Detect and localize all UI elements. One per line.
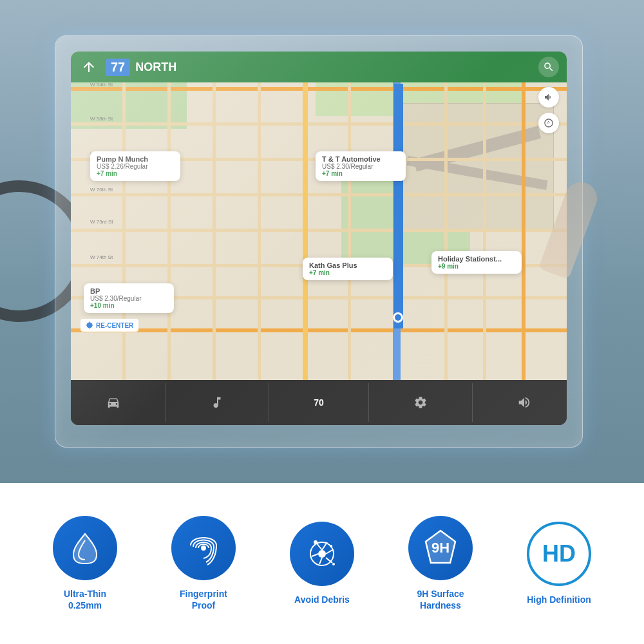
screen-protector: [55, 35, 583, 448]
svg-text:9H: 9H: [431, 540, 450, 556]
ultra-thin-icon-circle: [53, 516, 117, 580]
feature-fingerprint-proof: Fingerprint Proof: [144, 516, 263, 611]
protector-glare: [55, 36, 582, 447]
car-interior: W 54th St W 58th St W 64th St W 70th St …: [0, 0, 644, 644]
debris-icon: [303, 535, 341, 573]
fingerprint-icon: [184, 529, 223, 567]
svg-line-7: [319, 558, 322, 564]
svg-line-8: [312, 554, 318, 556]
features-section: Ultra-Thin 0.25mm Fingerprint Proof: [0, 483, 644, 644]
high-definition-label: High Definition: [527, 594, 591, 605]
feature-9h-hardness: 9H 9H Surface Hardness: [381, 516, 500, 611]
fingerprint-proof-label: Fingerprint Proof: [180, 588, 227, 611]
svg-point-9: [314, 540, 317, 544]
svg-point-11: [332, 563, 335, 565]
hd-icon-circle: HD: [527, 522, 591, 586]
9h-icon-circle: 9H: [408, 516, 473, 580]
feature-ultra-thin: Ultra-Thin 0.25mm: [26, 516, 144, 611]
svg-point-0: [201, 545, 206, 551]
feature-high-definition: HD High Definition: [500, 522, 618, 605]
debris-icon-circle: [290, 522, 354, 586]
svg-line-3: [317, 544, 322, 550]
hd-icon-text: HD: [542, 540, 576, 567]
ultra-thin-icon: [66, 529, 104, 567]
dashboard: W 54th St W 58th St W 64th St W 70th St …: [0, 0, 644, 483]
finger-touch: [535, 180, 612, 309]
svg-point-10: [330, 545, 332, 547]
svg-line-4: [322, 542, 327, 550]
svg-line-5: [326, 550, 332, 554]
svg-point-2: [318, 550, 326, 558]
9h-diamond-icon: 9H: [418, 526, 463, 571]
9h-hardness-label: 9H Surface Hardness: [417, 588, 464, 611]
feature-avoid-debris: Avoid Debris: [263, 522, 381, 605]
fingerprint-icon-circle: [171, 516, 236, 580]
ultra-thin-label: Ultra-Thin 0.25mm: [64, 588, 106, 611]
avoid-debris-label: Avoid Debris: [294, 594, 350, 605]
